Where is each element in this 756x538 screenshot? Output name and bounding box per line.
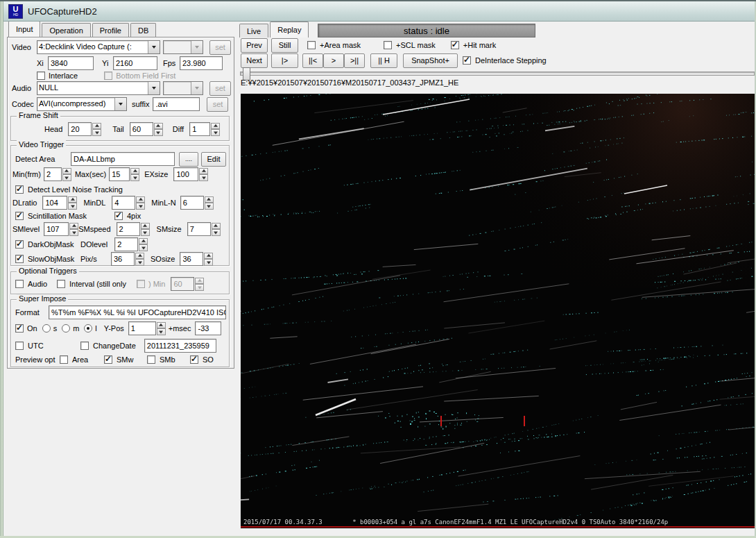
tab-replay[interactable]: Replay [270,22,309,37]
si-size-l-radio[interactable] [84,324,92,333]
preview-area-checkbox[interactable] [60,355,68,364]
slowobj-checkbox[interactable] [15,255,24,263]
mindl-field[interactable]: 4 [112,196,135,210]
prev-button[interactable]: Prev [241,38,268,53]
hit-mark-checkbox[interactable] [451,41,459,49]
first-frame-button[interactable]: ||< [302,53,323,68]
area-mask-checkbox[interactable] [307,41,316,49]
si-on-checkbox[interactable] [15,324,24,333]
dolevel-spinner[interactable] [139,238,148,251]
dlratio-field[interactable]: 104 [42,196,67,210]
status-bar: status : idle [318,24,535,37]
video-set-button[interactable]: set [209,40,231,55]
changedate-checkbox[interactable] [80,342,89,350]
exsize-spinner[interactable] [199,168,208,181]
darkobj-checkbox[interactable] [15,240,24,249]
preview-smw-checkbox[interactable] [104,355,112,364]
tab-profile[interactable]: Profile [92,23,129,37]
dolevel-field[interactable]: 2 [114,237,138,251]
tail-label: Tail [112,125,124,133]
codec-set-button[interactable]: set [207,97,228,112]
detect-area-browse-button[interactable]: .... [179,152,198,167]
dlratio-label: DLratio [12,199,37,207]
min-frm-field[interactable]: 2 [44,167,62,181]
smlevel-spinner[interactable] [69,223,78,236]
changedate-field[interactable]: 20111231_235959 [144,339,216,353]
sosize-field[interactable]: 36 [180,252,203,266]
preview-so-checkbox[interactable] [190,355,198,364]
fps-field[interactable]: 23.980 [180,56,223,70]
chevron-down-icon [191,41,203,53]
tab-input[interactable]: Input [8,21,40,37]
scintillation-checkbox[interactable] [15,212,24,220]
scl-mask-checkbox[interactable] [384,41,392,49]
tab-operation[interactable]: Operation [42,23,90,37]
si-size-s-radio[interactable] [42,324,51,333]
smlevel-field[interactable]: 107 [44,222,69,236]
minln-field[interactable]: 6 [180,196,204,210]
msec-field[interactable]: -33 [195,321,221,335]
chevron-down-icon[interactable] [148,41,160,53]
audio-set-button[interactable]: set [209,81,231,96]
chevron-down-icon[interactable] [148,82,160,94]
still-button[interactable]: Still [271,38,298,53]
step-button[interactable]: > [323,53,344,68]
format-field[interactable]: %T%m %F%X %L %i %I UFOCaptureHD2V410 ISO… [49,305,226,319]
pixs-field[interactable]: 36 [111,252,135,266]
snapshot-button[interactable]: SnapShot+ [403,53,458,68]
smsize-spinner[interactable] [212,223,221,236]
deinterlace-label: DeInterlace Stepping [475,56,547,65]
interlace-checkbox[interactable] [37,72,45,80]
video-device-select[interactable]: 4:Decklink Video Capture (: [37,40,160,54]
head-field[interactable]: 20 [68,122,92,136]
title-bar[interactable]: U HD UFOCaptureHD2 [0,1,756,22]
last-frame-button[interactable]: >|| [344,53,365,68]
interval-checkbox[interactable] [57,280,65,288]
head-spinner[interactable] [92,123,101,136]
tab-db[interactable]: DB [130,23,156,37]
deinterlace-checkbox[interactable] [463,56,471,65]
si-size-m-radio[interactable] [62,324,70,333]
audio-device-select[interactable]: NULL [37,81,160,95]
pixs-spinner[interactable] [135,253,144,266]
tab-live[interactable]: Live [239,24,268,37]
utc-checkbox[interactable] [15,342,24,350]
minln-spinner[interactable] [205,196,214,210]
min-frm-label: Min(frm) [12,170,41,178]
tail-field[interactable]: 60 [130,122,153,136]
exsize-field[interactable]: 100 [173,167,198,181]
optional-audio-checkbox[interactable] [15,280,24,288]
ypos-field[interactable]: 1 [128,321,156,335]
app-window: U HD UFOCaptureHD2 Input Operation Profi… [0,0,756,538]
dlratio-spinner[interactable] [68,196,77,210]
yi-field[interactable]: 2160 [113,56,157,70]
fourpix-checkbox[interactable] [114,212,123,220]
max-sec-field[interactable]: 15 [109,167,130,181]
area-mask-label: +Area mask [320,41,361,49]
smsize-field[interactable]: 7 [187,222,211,236]
play-button[interactable]: |> [271,53,298,68]
mindl-spinner[interactable] [136,196,145,210]
smspeed-field[interactable]: 2 [117,222,140,236]
min-frm-spinner[interactable] [62,168,71,181]
smspeed-spinner[interactable] [141,223,150,236]
preview-smb-checkbox[interactable] [147,355,155,364]
ypos-spinner[interactable] [157,322,166,335]
diff-field[interactable]: 1 [189,122,210,136]
diff-spinner[interactable] [211,123,220,136]
codec-select[interactable]: AVI(uncompressed) [37,97,127,111]
sosize-spinner[interactable] [204,253,213,266]
pause-h-button[interactable]: || H [370,53,397,68]
detect-area-field[interactable]: DA-ALLbmp [71,152,175,166]
tail-spinner[interactable] [154,123,163,136]
detect-area-edit-button[interactable]: Edit [201,152,226,167]
window-frame-top [0,0,756,1]
playback-slider[interactable] [240,72,755,76]
dlnt-checkbox[interactable] [15,185,24,194]
chevron-down-icon[interactable] [114,98,126,110]
xi-field[interactable]: 3840 [48,56,94,70]
suffix-field[interactable]: .avi [153,97,200,111]
replay-toolbar-row1: Prev Still +Area mask +SCL mask +Hit mar… [241,37,496,53]
next-button[interactable]: Next [241,53,268,68]
max-sec-spinner[interactable] [130,168,139,181]
